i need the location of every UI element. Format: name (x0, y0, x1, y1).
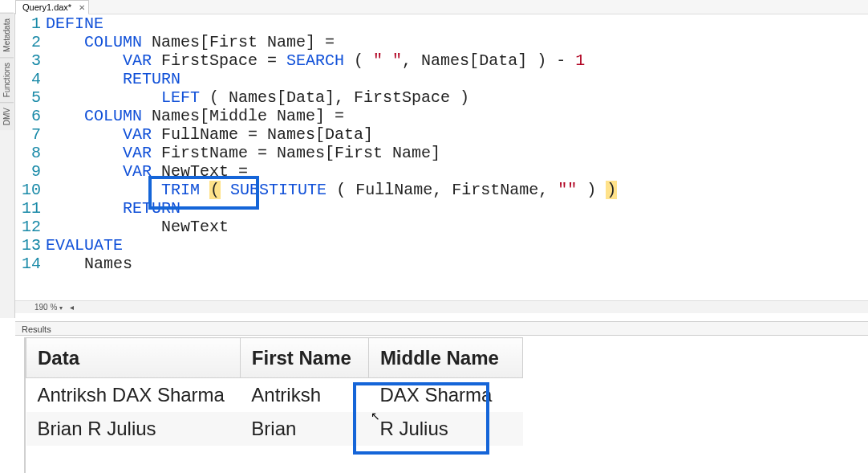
code-text: COLUMN Names[Middle Name] = (46, 107, 344, 125)
cell: Antriksh (240, 378, 368, 412)
line-number: 4 (15, 70, 46, 88)
line-number: 11 (15, 199, 46, 218)
code-text: RETURN (46, 199, 180, 218)
line-number: 3 (15, 51, 46, 70)
code-line[interactable]: 13EVALUATE (15, 236, 868, 255)
cell: Brian (240, 412, 368, 446)
code-text: LEFT ( Names[Data], FirstSpace ) (46, 88, 469, 107)
cell: R Julius (368, 412, 522, 446)
zoom-marker: ◂ (70, 303, 74, 312)
cell: Antriksh DAX Sharma (26, 378, 241, 412)
code-text: Names (46, 255, 132, 273)
zoom-dropdown-icon[interactable]: ▾ (59, 304, 63, 312)
code-text: VAR FirstSpace = SEARCH ( " ", Names[Dat… (46, 51, 585, 70)
code-text: NewText (46, 218, 229, 236)
code-text: TRIM ( SUBSTITUTE ( FullName, FirstName,… (46, 181, 617, 199)
side-tab-dmv[interactable]: DMV (0, 102, 14, 130)
code-line[interactable]: 1DEFINE (15, 14, 868, 33)
line-number: 8 (15, 144, 46, 162)
code-line[interactable]: 3 VAR FirstSpace = SEARCH ( " ", Names[D… (15, 51, 868, 70)
col-header-data[interactable]: Data (26, 338, 241, 378)
results-header[interactable]: Results (15, 321, 868, 336)
code-line[interactable]: 7 VAR FullName = Names[Data] (15, 125, 868, 144)
line-number: 7 (15, 125, 46, 144)
line-number: 1 (15, 14, 46, 33)
code-text: COLUMN Names[First Name] = (46, 33, 335, 51)
line-number: 6 (15, 107, 46, 125)
table-row[interactable]: Brian R Julius Brian R Julius (26, 412, 523, 446)
zoom-bar: 190 %▾ ◂ (15, 300, 868, 313)
code-line[interactable]: 5 LEFT ( Names[Data], FirstSpace ) (15, 88, 868, 107)
side-tab-metadata[interactable]: Metadata (0, 13, 14, 57)
code-line[interactable]: 2 COLUMN Names[First Name] = (15, 33, 868, 51)
code-editor[interactable]: 1DEFINE2 COLUMN Names[First Name] =3 VAR… (15, 14, 868, 300)
code-text: RETURN (46, 70, 180, 88)
line-number: 9 (15, 162, 46, 181)
code-text: EVALUATE (46, 236, 123, 255)
cell: Brian R Julius (26, 412, 241, 446)
code-text: VAR FirstName = Names[First Name] (46, 144, 440, 162)
col-header-first-name[interactable]: First Name (240, 338, 368, 378)
code-text: VAR NewText = (46, 162, 248, 181)
col-header-middle-name[interactable]: Middle Name (368, 338, 522, 378)
line-number: 14 (15, 255, 46, 273)
results-table: Data First Name Middle Name Antriksh DAX… (26, 337, 523, 446)
close-icon[interactable]: ✕ (79, 3, 85, 12)
line-number: 10 (15, 181, 46, 199)
code-text: VAR FullName = Names[Data] (46, 125, 373, 144)
query-tab-label: Query1.dax* (22, 2, 71, 12)
results-pane: Data First Name Middle Name Antriksh DAX… (24, 337, 868, 473)
side-tab-strip: Metadata Functions DMV (0, 13, 15, 318)
line-number: 5 (15, 88, 46, 107)
zoom-level[interactable]: 190 % (34, 303, 57, 312)
code-line[interactable]: 6 COLUMN Names[Middle Name] = (15, 107, 868, 125)
line-number: 12 (15, 218, 46, 236)
side-tab-functions[interactable]: Functions (0, 57, 14, 102)
line-number: 2 (15, 33, 46, 51)
code-line[interactable]: 4 RETURN (15, 70, 868, 88)
code-line[interactable]: 10 TRIM ( SUBSTITUTE ( FullName, FirstNa… (15, 181, 868, 199)
code-line[interactable]: 9 VAR NewText = (15, 162, 868, 181)
query-tab[interactable]: Query1.dax* ✕ (15, 0, 89, 14)
tab-bar: Query1.dax* ✕ (15, 0, 868, 14)
code-line[interactable]: 8 VAR FirstName = Names[First Name] (15, 144, 868, 162)
code-line[interactable]: 12 NewText (15, 218, 868, 236)
table-row[interactable]: Antriksh DAX Sharma Antriksh DAX Sharma (26, 378, 523, 412)
cell: DAX Sharma (368, 378, 522, 412)
code-line[interactable]: 14 Names (15, 255, 868, 273)
code-line[interactable]: 11 RETURN (15, 199, 868, 218)
line-number: 13 (15, 236, 46, 255)
code-text: DEFINE (46, 14, 103, 33)
